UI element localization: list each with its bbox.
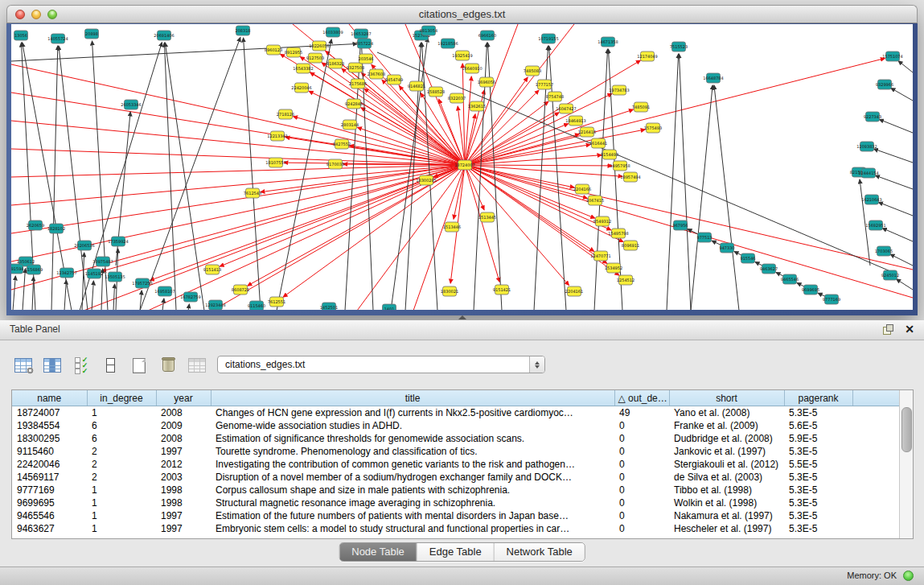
graph-node[interactable]: 12470771 bbox=[590, 251, 610, 261]
graph-node[interactable]: 1067415 bbox=[586, 196, 604, 205]
graph-node[interactable]: 9463627 bbox=[760, 264, 778, 274]
graph-node[interactable]: 12923448 bbox=[205, 300, 225, 310]
scrollbar-thumb[interactable] bbox=[901, 407, 912, 452]
panel-splitter-handle[interactable] bbox=[458, 315, 466, 319]
table-row[interactable]: 977716911998Corpus callosum shape and si… bbox=[12, 484, 900, 496]
close-panel-icon[interactable]: ✕ bbox=[905, 323, 914, 336]
graph-node[interactable]: 2803144 bbox=[341, 120, 359, 130]
graph-node[interactable]: 8454749 bbox=[385, 75, 403, 84]
graph-node[interactable]: 9465546 bbox=[781, 274, 799, 284]
graph-node[interactable]: 22420046 bbox=[291, 83, 311, 93]
table-row[interactable]: 946554611997Estimation of the future num… bbox=[12, 509, 900, 522]
graph-node[interactable]: 8960123 bbox=[265, 45, 282, 55]
graph-node[interactable]: 7857224 bbox=[355, 39, 373, 48]
graph-node[interactable]: 19734783 bbox=[609, 85, 629, 95]
column-header-short[interactable]: short bbox=[669, 390, 784, 406]
column-header-name[interactable]: name bbox=[12, 390, 87, 406]
graph-node[interactable]: 8096911 bbox=[622, 241, 639, 250]
graph-node[interactable]: 1156869 bbox=[25, 265, 43, 274]
graph-node[interactable]: 9777169 bbox=[823, 295, 840, 304]
zoom-window-button[interactable] bbox=[47, 10, 57, 19]
memory-status-indicator[interactable] bbox=[903, 571, 914, 581]
graph-node[interactable]: 18226058 bbox=[309, 41, 329, 51]
graph-node[interactable]: 1703065 bbox=[875, 246, 893, 256]
graph-node[interactable]: 977513 bbox=[696, 233, 712, 242]
column-header-pagerank[interactable]: pagerank bbox=[784, 390, 852, 406]
graph-node[interactable]: 7485091 bbox=[632, 102, 650, 112]
delete-column-button[interactable] bbox=[156, 354, 180, 377]
table-row[interactable]: 1456911722003Disruption of a novel membe… bbox=[12, 471, 900, 484]
graph-node[interactable]: 9151413 bbox=[203, 265, 221, 274]
graph-node[interactable]: 8912955 bbox=[285, 47, 302, 57]
graph-node[interactable]: 1513445 bbox=[478, 212, 496, 222]
table-row[interactable]: 2242004622012Investigating the contribut… bbox=[12, 458, 900, 471]
graph-node[interactable]: 14055724 bbox=[47, 34, 68, 43]
graph-node[interactable]: 2204161 bbox=[565, 286, 583, 296]
graph-node[interactable]: 20691406 bbox=[154, 31, 174, 40]
graph-node[interactable]: 8427552 bbox=[333, 139, 351, 149]
graph-node[interactable]: 1452501 bbox=[320, 303, 338, 310]
close-window-button[interactable] bbox=[15, 10, 25, 19]
graph-node[interactable]: 9227343 bbox=[864, 112, 881, 122]
table-vertical-scrollbar[interactable] bbox=[899, 390, 913, 538]
graph-node[interactable]: 15495798 bbox=[608, 229, 628, 238]
graph-node[interactable]: 6966160 bbox=[478, 31, 496, 40]
graph-node[interactable]: 12174049 bbox=[637, 51, 657, 61]
table-row[interactable]: 911546021997Tourette syndrome. Phenomeno… bbox=[12, 445, 900, 458]
graph-node[interactable]: 8549312 bbox=[593, 216, 611, 226]
graph-node[interactable]: 1513446 bbox=[443, 222, 461, 232]
graph-node[interactable]: 1145192 bbox=[85, 269, 103, 278]
graph-node[interactable]: 9170033 bbox=[326, 159, 344, 169]
column-header-year[interactable]: year bbox=[156, 390, 211, 406]
graph-node[interactable]: 16033809 bbox=[322, 27, 343, 37]
graph-node[interactable]: 1696056 bbox=[478, 77, 495, 87]
graph-node[interactable]: 9151421 bbox=[493, 285, 511, 295]
graph-node[interactable]: 9115460 bbox=[248, 301, 265, 310]
tab-node-table[interactable]: Node Table bbox=[339, 543, 417, 561]
graph-node[interactable]: 16782759 bbox=[180, 292, 200, 302]
graph-node[interactable]: 2175685 bbox=[349, 79, 367, 89]
graph-node[interactable]: 19325419 bbox=[452, 51, 472, 60]
graph-node[interactable]: 1534952 bbox=[605, 263, 622, 273]
graph-node[interactable]: 20206536 bbox=[74, 241, 94, 250]
graph-node[interactable]: 8186328 bbox=[326, 59, 344, 68]
row-height-button[interactable] bbox=[98, 354, 122, 377]
graph-node[interactable]: 16210643 bbox=[861, 195, 881, 204]
graph-node[interactable]: 12093832 bbox=[856, 142, 877, 151]
graph-node[interactable]: 8608721 bbox=[232, 285, 249, 295]
graph-node[interactable]: 1401 bbox=[383, 304, 396, 310]
network-canvas[interactable]: 1872400789601238912955182260589127503165… bbox=[11, 24, 913, 310]
table-row[interactable]: 1938455462009Genome-wide association stu… bbox=[12, 419, 900, 432]
graph-node[interactable]: 1216416 bbox=[578, 127, 596, 137]
graph-node[interactable]: 947330 bbox=[719, 243, 734, 253]
graph-node[interactable]: 14671358 bbox=[598, 37, 618, 47]
graph-node[interactable]: 8813054 bbox=[420, 26, 437, 35]
graph-node[interactable]: 18107557 bbox=[265, 158, 285, 167]
graph-node[interactable]: 7612543 bbox=[244, 188, 261, 198]
graph-node[interactable]: 14957958 bbox=[610, 161, 630, 171]
column-header-out_de[interactable]: △ out_de… bbox=[614, 390, 669, 406]
table-row[interactable]: 1872400712008Changes of HCN gene express… bbox=[12, 406, 900, 420]
graph-node[interactable]: 26053346 bbox=[121, 100, 141, 109]
table-selector-dropdown[interactable]: citations_edges.txt bbox=[217, 356, 545, 373]
choose-columns-button[interactable] bbox=[40, 354, 64, 377]
delete-table-button[interactable] bbox=[185, 354, 209, 377]
graph-node[interactable]: 18957494 bbox=[620, 172, 640, 182]
graph-node[interactable]: 9127503 bbox=[306, 53, 324, 63]
graph-node[interactable]: 18464913 bbox=[565, 116, 585, 126]
graph-node[interactable]: 1830021 bbox=[441, 286, 458, 296]
graph-node[interactable]: 9242848 bbox=[345, 99, 363, 109]
graph-node[interactable]: 2204166 bbox=[573, 184, 591, 194]
graph-node[interactable]: 9154493 bbox=[601, 150, 618, 159]
tab-network-table[interactable]: Network Table bbox=[495, 543, 585, 561]
create-column-button[interactable] bbox=[127, 354, 151, 377]
graph-node[interactable]: 13056 bbox=[14, 31, 28, 40]
graph-node[interactable]: 16648784 bbox=[703, 73, 723, 83]
graph-node[interactable]: 9699695 bbox=[802, 285, 819, 295]
graph-node[interactable]: 967956 bbox=[672, 220, 688, 230]
column-settings-button[interactable] bbox=[11, 354, 35, 377]
graph-node[interactable]: 20898 bbox=[85, 29, 99, 39]
graph-node[interactable]: 1616441 bbox=[589, 138, 607, 148]
graph-node[interactable]: 391594 bbox=[11, 264, 24, 274]
graph-node[interactable]: 915546 bbox=[740, 253, 755, 263]
